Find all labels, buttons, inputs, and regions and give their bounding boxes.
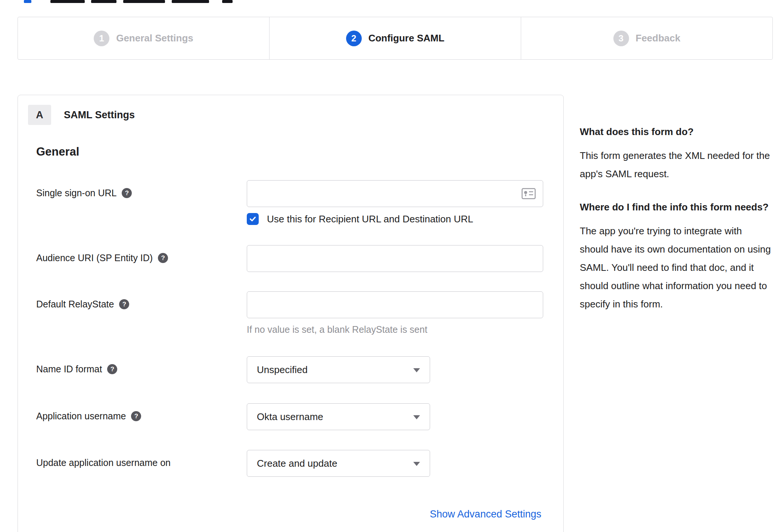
relay-state-label-group: Default RelayState ? [36,291,247,310]
relay-state-input[interactable] [247,291,543,318]
help-icon[interactable]: ? [158,253,168,263]
application-username-label: Application username [36,411,126,422]
audience-uri-label-group: Audience URI (SP Entity ID) ? [36,245,247,263]
section-title: SAML Settings [64,109,135,121]
step-number-badge: 1 [94,31,109,46]
step-number-badge: 3 [613,31,629,46]
audience-uri-input[interactable] [247,245,543,272]
relay-state-row: Default RelayState ? If no value is set,… [36,291,548,335]
sso-url-label: Single sign-on URL [36,188,116,198]
update-username-select[interactable]: Create and update [247,450,430,477]
clipped-title-fragment [123,0,165,3]
step-feedback[interactable]: 3 Feedback [521,17,772,59]
clipped-title-fragment [24,0,31,3]
clipped-settings-icon [222,0,233,3]
step-label: Feedback [636,32,681,44]
relay-state-label: Default RelayState [36,299,114,310]
sso-url-input[interactable] [247,180,543,207]
update-username-label: Update application username on [36,457,171,468]
update-username-label-group: Update application username on [36,450,247,468]
chevron-down-icon [413,368,420,372]
recipient-url-checkbox-label: Use this for Recipient URL and Destinati… [267,213,473,225]
wizard-stepper: 1 General Settings 2 Configure SAML 3 Fe… [18,17,773,60]
application-username-row: Application username ? Okta username [36,403,548,430]
name-id-format-value: Unspecified [257,364,308,376]
application-username-label-group: Application username ? [36,403,247,422]
clipped-title-fragment [172,0,209,3]
contact-card-icon[interactable] [522,188,536,201]
audience-uri-label: Audience URI (SP Entity ID) [36,253,153,263]
clipped-title-fragment [91,0,116,3]
name-id-format-select[interactable]: Unspecified [247,356,430,383]
help-answer-2: The app you're trying to integrate with … [580,222,771,313]
help-question-1: What does this form do? [580,124,771,139]
chevron-down-icon [413,415,420,419]
help-icon[interactable]: ? [131,411,141,421]
chevron-down-icon [413,462,420,466]
name-id-format-row: Name ID format ? Unspecified [36,356,548,383]
sso-url-label-group: Single sign-on URL ? [36,180,247,198]
step-general-settings[interactable]: 1 General Settings [18,17,269,59]
name-id-format-label-group: Name ID format ? [36,356,247,375]
update-username-value: Create and update [257,458,337,469]
application-username-value: Okta username [257,411,323,423]
show-advanced-settings-link[interactable]: Show Advanced Settings [430,508,541,520]
clipped-title-fragment [50,0,85,3]
step-number-badge: 2 [346,31,362,46]
step-label: General Settings [116,32,193,44]
section-a-badge: A [28,105,51,125]
relay-state-hint: If no value is set, a blank RelayState i… [247,324,548,335]
name-id-format-label: Name ID format [36,364,102,375]
general-heading: General [36,145,79,159]
saml-settings-card: A SAML Settings General Single sign-on U… [18,95,564,532]
clipped-page-title [0,0,781,4]
help-answer-1: This form generates the XML needed for t… [580,147,771,183]
step-label: Configure SAML [368,32,445,44]
update-username-row: Update application username on Create an… [36,450,548,477]
help-icon[interactable]: ? [107,364,117,374]
application-username-select[interactable]: Okta username [247,403,430,430]
help-icon[interactable]: ? [122,188,132,198]
help-question-2: Where do I find the info this form needs… [580,200,771,215]
sso-url-row: Single sign-on URL ? [36,180,548,225]
audience-uri-row: Audience URI (SP Entity ID) ? [36,245,548,272]
section-header: A SAML Settings [28,105,135,125]
recipient-url-check-row: Use this for Recipient URL and Destinati… [247,213,548,225]
step-configure-saml[interactable]: 2 Configure SAML [269,17,521,59]
help-icon[interactable]: ? [119,299,129,309]
recipient-url-checkbox[interactable] [247,213,259,225]
help-panel: What does this form do? This form genera… [580,124,771,313]
